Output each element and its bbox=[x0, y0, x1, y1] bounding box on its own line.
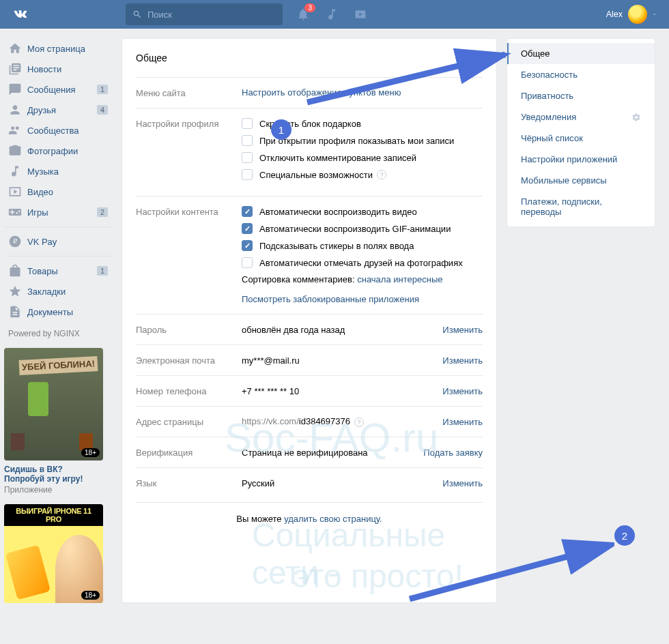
svg-line-4 bbox=[410, 546, 608, 599]
sidebar-item[interactable]: Музыка bbox=[4, 161, 112, 181]
games-icon bbox=[8, 205, 22, 219]
sidebar-item[interactable]: Сообщества bbox=[4, 120, 112, 141]
sidebar-item[interactable]: ₽VK Pay bbox=[4, 231, 112, 252]
annotation-arrow-1 bbox=[304, 48, 515, 109]
settings-nav-item[interactable]: Приватность bbox=[507, 85, 655, 106]
checkbox[interactable] bbox=[242, 118, 253, 129]
home-icon bbox=[8, 42, 22, 55]
settings-nav-item[interactable]: Платежи, подписки, переводы bbox=[507, 191, 655, 222]
annotation-1: 1 bbox=[271, 119, 291, 140]
settings-nav-item[interactable]: Общее bbox=[507, 43, 655, 64]
bookmarks-icon bbox=[8, 284, 22, 298]
change-email-link[interactable]: Изменить bbox=[442, 355, 483, 366]
groups-icon bbox=[8, 123, 22, 137]
delete-page-footer: Вы можете удалить свою страницу. bbox=[136, 502, 483, 527]
nav-count: 1 bbox=[97, 266, 108, 276]
notifications-icon[interactable]: 3 bbox=[296, 8, 310, 21]
sort-value-link[interactable]: сначала интересные bbox=[357, 274, 442, 284]
gear-icon[interactable] bbox=[631, 113, 641, 122]
annotation-2: 2 bbox=[614, 525, 635, 546]
vk-logo-icon[interactable] bbox=[11, 5, 30, 24]
phone-value: +7 *** *** ** 10 bbox=[242, 386, 299, 396]
nav-count: 2 bbox=[97, 207, 108, 217]
header-icons: 3 bbox=[296, 8, 367, 21]
ad-block-1[interactable]: УБЕЙ ГОБЛИНА! 18+ Сидишь в ВК? Попробуй … bbox=[4, 348, 112, 495]
svg-text:₽: ₽ bbox=[13, 237, 18, 245]
sidebar-item[interactable]: Документы bbox=[4, 302, 112, 322]
sidebar-item[interactable]: Друзья4 bbox=[4, 100, 112, 120]
friends-icon bbox=[8, 103, 22, 117]
top-header: Поиск 3 Alex bbox=[0, 0, 669, 29]
checkbox[interactable] bbox=[242, 169, 253, 180]
photos-icon bbox=[8, 144, 22, 158]
row-label: Электронная почта bbox=[136, 355, 242, 366]
checkbox-label: Специальные возможности bbox=[259, 170, 373, 180]
checkbox[interactable] bbox=[242, 206, 253, 217]
address-value: id384697376 bbox=[299, 416, 350, 426]
change-phone-link[interactable]: Изменить bbox=[442, 386, 483, 396]
user-menu[interactable]: Alex bbox=[606, 5, 658, 24]
checkbox-label: Отключить комментирование записей bbox=[259, 153, 416, 163]
sort-label: Сортировка комментариев: bbox=[242, 274, 357, 284]
news-icon bbox=[8, 62, 22, 76]
left-sidebar: Моя страницаНовостиСообщения1Друзья4Сооб… bbox=[0, 38, 112, 603]
sidebar-item[interactable]: Новости bbox=[4, 59, 112, 79]
nav-count: 4 bbox=[97, 105, 108, 115]
settings-nav-item[interactable]: Безопасность bbox=[507, 64, 655, 85]
row-label: Настройки профиля bbox=[136, 118, 242, 129]
delete-page-link[interactable]: удалить свою страницу. bbox=[284, 514, 382, 524]
sidebar-item[interactable]: Видео bbox=[4, 181, 112, 202]
market-icon bbox=[8, 264, 22, 278]
change-password-link[interactable]: Изменить bbox=[442, 325, 483, 335]
search-icon bbox=[132, 10, 142, 19]
sidebar-item[interactable]: Сообщения1 bbox=[4, 79, 112, 100]
checkbox[interactable] bbox=[242, 257, 253, 268]
settings-nav-item[interactable]: Чёрный список bbox=[507, 128, 655, 149]
row-label: Язык bbox=[136, 478, 242, 488]
search-input[interactable]: Поиск bbox=[126, 3, 283, 25]
music-icon bbox=[8, 164, 22, 178]
music-icon[interactable] bbox=[325, 8, 339, 21]
help-icon[interactable]: ? bbox=[354, 418, 364, 427]
email-value: my***@mail.ru bbox=[242, 355, 300, 366]
row-label: Номер телефона bbox=[136, 385, 242, 396]
verify-link[interactable]: Подать заявку bbox=[423, 448, 483, 458]
row-label: Меню сайта bbox=[136, 87, 242, 98]
ad-block-2[interactable]: ВЫИГРАЙ IPHONE 11 PRO 18+ bbox=[4, 504, 112, 603]
sidebar-item[interactable]: Фотографии bbox=[4, 141, 112, 161]
blocked-apps-link[interactable]: Посмотреть заблокированные приложения bbox=[242, 294, 419, 304]
row-label: Верификация bbox=[136, 447, 242, 458]
verification-value: Страница не верифицирована bbox=[242, 448, 368, 458]
checkbox-label: При открытии профиля показывать мои запи… bbox=[259, 136, 454, 146]
sidebar-item[interactable]: Товары1 bbox=[4, 261, 112, 281]
checkbox-label: Автоматически воспроизводить GIF-анимаци… bbox=[259, 224, 451, 234]
search-placeholder: Поиск bbox=[147, 10, 172, 20]
settings-nav-item[interactable]: Настройки приложений bbox=[507, 149, 655, 170]
sidebar-item[interactable]: Закладки bbox=[4, 281, 112, 302]
settings-nav-item[interactable]: Мобильные сервисы bbox=[507, 170, 655, 191]
sidebar-item[interactable]: Игры2 bbox=[4, 202, 112, 222]
sidebar-item[interactable]: Моя страница bbox=[4, 38, 112, 59]
checkbox-label: Автоматически отмечать друзей на фотогра… bbox=[259, 258, 463, 268]
avatar bbox=[628, 5, 647, 24]
checkbox[interactable] bbox=[242, 152, 253, 163]
video-icon[interactable] bbox=[354, 8, 367, 21]
row-label: Настройки контента bbox=[136, 206, 242, 217]
notification-badge: 3 bbox=[304, 3, 315, 12]
checkbox[interactable] bbox=[242, 240, 253, 251]
row-label: Пароль bbox=[136, 324, 242, 335]
language-value: Русский bbox=[242, 478, 274, 488]
change-address-link[interactable]: Изменить bbox=[442, 417, 483, 427]
checkbox-label: Подсказывать стикеры в полях ввода bbox=[259, 241, 414, 251]
settings-nav-item[interactable]: Уведомления bbox=[507, 106, 655, 128]
checkbox[interactable] bbox=[242, 223, 253, 234]
row-label: Адрес страницы bbox=[136, 416, 242, 427]
help-icon[interactable]: ? bbox=[377, 170, 386, 179]
checkbox-label: Автоматически воспроизводить видео bbox=[259, 207, 417, 217]
chevron-down-icon bbox=[651, 11, 658, 18]
change-language-link[interactable]: Изменить bbox=[442, 478, 483, 488]
nav-count: 1 bbox=[97, 85, 108, 94]
username: Alex bbox=[606, 10, 623, 19]
messages-icon bbox=[8, 83, 22, 96]
checkbox[interactable] bbox=[242, 135, 253, 146]
